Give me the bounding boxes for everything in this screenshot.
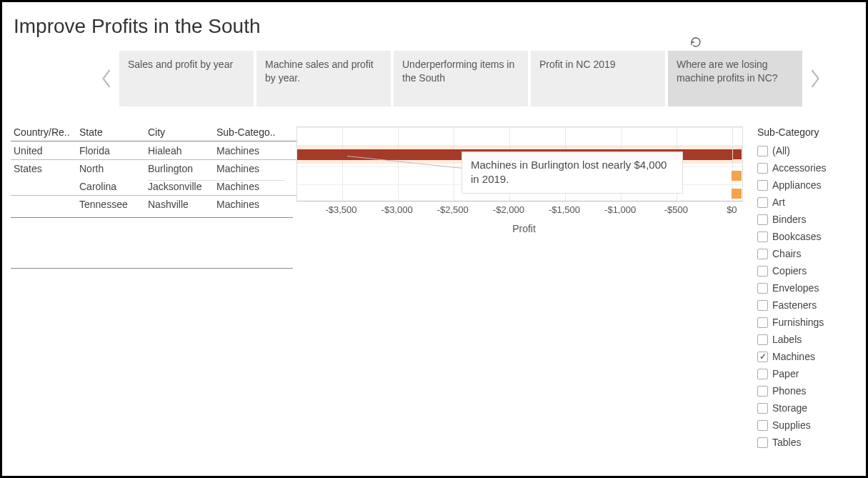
cell-state-2b: Carolina — [79, 181, 148, 192]
axis-tick: -$3,500 — [325, 204, 356, 215]
bar-small[interactable] — [732, 171, 742, 181]
header-subcat: Sub-Catego.. — [216, 126, 285, 138]
page-title: Improve Profits in the South — [14, 15, 857, 38]
cell-state-4: Tennessee — [79, 199, 148, 210]
header-country: Country/Re.. — [11, 126, 79, 138]
bar-row[interactable] — [297, 127, 742, 145]
checkbox-icon[interactable] — [757, 146, 768, 156]
filter-option[interactable]: Phones — [757, 382, 857, 399]
story-point-1[interactable]: Machine sales and profit by year. — [256, 51, 391, 106]
axis-tick: -$2,500 — [437, 204, 469, 215]
cell-city: Hialeah — [148, 145, 216, 156]
filter-option-label: Copiers — [772, 265, 807, 277]
filter-option[interactable]: Art — [757, 194, 857, 211]
filter-option-label: Appliances — [772, 179, 822, 191]
checkbox-icon[interactable] — [757, 334, 768, 345]
filter-option-label: Envelopes — [772, 282, 819, 294]
filter-option-label: Supplies — [772, 419, 811, 431]
cell-state: Florida — [79, 145, 148, 156]
cell-city-2: Burlington — [148, 163, 216, 174]
cell-sub-4: Machines — [216, 199, 285, 210]
axis-tick: -$1,000 — [604, 204, 636, 215]
filter-option-label: Storage — [772, 402, 807, 414]
filter-option-label: Paper — [772, 368, 799, 379]
x-axis-label: Profit — [296, 223, 752, 234]
filter-option[interactable]: Tables — [757, 434, 857, 451]
filter-option[interactable]: Envelopes — [757, 279, 857, 297]
filter-option[interactable]: Fasteners — [757, 297, 857, 314]
story-point-4[interactable]: Where are we losing machine profits in N… — [668, 51, 802, 106]
filter-option[interactable]: Bookcases — [757, 228, 857, 245]
filter-option-label: Phones — [772, 385, 806, 397]
filter-option[interactable]: Paper — [757, 365, 857, 382]
checkbox-icon[interactable] — [757, 231, 768, 242]
checkbox-icon[interactable] — [757, 163, 768, 174]
checkbox-icon[interactable] — [757, 403, 768, 414]
checkbox-icon[interactable] — [757, 283, 768, 294]
cell-city-3: Jacksonville — [148, 180, 216, 192]
checkbox-icon[interactable] — [757, 352, 768, 362]
story-point-2[interactable]: Underperforming items in the South — [394, 51, 528, 106]
filter-option-label: Accessories — [772, 162, 826, 174]
checkbox-icon[interactable] — [757, 197, 768, 208]
axis-tick: $0 — [727, 204, 737, 215]
cell-state-2: North — [79, 163, 148, 174]
header-state: State — [79, 126, 148, 138]
filter-option[interactable]: Accessories — [757, 159, 857, 176]
annotation-box[interactable]: Machines in Burlington lost nearly $4,00… — [462, 151, 683, 194]
axis-tick: -$3,000 — [381, 204, 413, 215]
filter-option-label: Tables — [772, 437, 801, 448]
cell-country-2: States — [11, 163, 79, 174]
checkbox-icon[interactable] — [757, 420, 768, 431]
axis-tick: -$1,500 — [549, 204, 580, 215]
checkbox-icon[interactable] — [757, 369, 768, 379]
filter-option-label: Bookcases — [772, 231, 821, 242]
filter-option[interactable]: Copiers — [757, 262, 857, 279]
axis-tick: -$2,000 — [493, 204, 524, 215]
checkbox-icon[interactable] — [757, 180, 768, 191]
filter-option-label: (All) — [772, 145, 790, 156]
cell-sub: Machines — [216, 145, 285, 156]
filter-panel: Sub-Category (All)AccessoriesAppliancesA… — [757, 126, 857, 451]
checkbox-icon[interactable] — [757, 214, 768, 225]
header-city: City — [148, 126, 216, 138]
filter-option-label: Art — [772, 196, 785, 208]
filter-option[interactable]: Appliances — [757, 176, 857, 194]
filter-option-label: Machines — [772, 351, 815, 362]
filter-option[interactable]: Machines — [757, 348, 857, 365]
axis-tick: -$500 — [664, 204, 688, 215]
checkbox-icon[interactable] — [757, 249, 768, 259]
story-prev-arrow[interactable] — [96, 57, 116, 100]
checkbox-icon[interactable] — [757, 266, 768, 277]
filter-option[interactable]: Supplies — [757, 417, 857, 434]
filter-option-label: Labels — [772, 334, 802, 345]
refresh-icon[interactable] — [690, 36, 702, 48]
story-next-arrow[interactable] — [805, 57, 825, 100]
filter-option[interactable]: Binders — [757, 211, 857, 228]
filter-option-label: Binders — [772, 214, 806, 225]
cell-sub-2: Machines — [216, 163, 285, 174]
filter-option[interactable]: (All) — [757, 142, 857, 159]
dashboard-frame: Improve Profits in the South Sales and p… — [0, 0, 868, 478]
story-navigator: Sales and profit by year Machine sales a… — [96, 51, 857, 106]
filter-option[interactable]: Chairs — [757, 245, 857, 262]
cell-country: United — [11, 145, 79, 156]
checkbox-icon[interactable] — [757, 317, 768, 328]
filter-option-label: Furnishings — [772, 317, 824, 328]
bar-chart: Machines in Burlington lost nearly $4,00… — [296, 126, 752, 255]
checkbox-icon[interactable] — [757, 437, 768, 448]
checkbox-icon[interactable] — [757, 386, 768, 397]
filter-title: Sub-Category — [757, 126, 857, 138]
cell-city-4: Nashville — [148, 199, 216, 210]
filter-option-label: Chairs — [772, 248, 801, 259]
filter-option[interactable]: Labels — [757, 331, 857, 348]
bar-small[interactable] — [732, 189, 742, 199]
story-point-0[interactable]: Sales and profit by year — [119, 51, 254, 106]
cell-sub-3: Machines — [216, 180, 285, 192]
filter-option[interactable]: Storage — [757, 399, 857, 417]
filter-option-label: Fasteners — [772, 299, 817, 311]
checkbox-icon[interactable] — [757, 300, 768, 311]
row-header-grid: Country/Re.. State City Sub-Catego.. Uni… — [11, 126, 296, 451]
story-point-3[interactable]: Profit in NC 2019 — [531, 51, 665, 106]
filter-option[interactable]: Furnishings — [757, 314, 857, 331]
